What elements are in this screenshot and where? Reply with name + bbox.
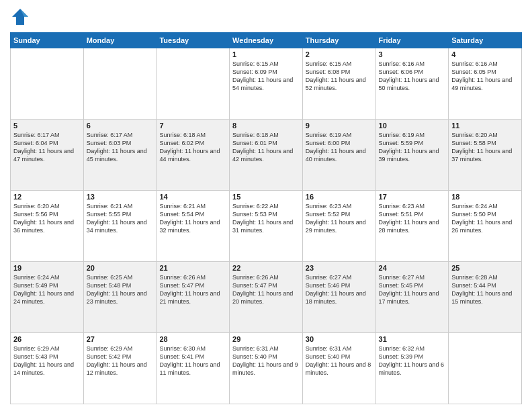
day-cell: 29Sunrise: 6:31 AM Sunset: 5:40 PM Dayli…	[230, 333, 303, 404]
day-cell: 17Sunrise: 6:23 AM Sunset: 5:51 PM Dayli…	[375, 191, 449, 262]
day-number: 22	[232, 264, 300, 272]
day-cell: 13Sunrise: 6:21 AM Sunset: 5:55 PM Dayli…	[83, 191, 157, 262]
day-cell: 28Sunrise: 6:30 AM Sunset: 5:41 PM Dayli…	[157, 333, 230, 404]
day-number: 11	[451, 122, 519, 130]
day-number: 10	[379, 122, 446, 130]
day-number: 16	[306, 193, 373, 201]
day-info: Sunrise: 6:30 AM Sunset: 5:41 PM Dayligh…	[159, 345, 226, 377]
day-cell: 10Sunrise: 6:19 AM Sunset: 5:59 PM Dayli…	[375, 120, 449, 191]
day-cell: 6Sunrise: 6:17 AM Sunset: 6:03 PM Daylig…	[83, 120, 157, 191]
day-info: Sunrise: 6:18 AM Sunset: 6:02 PM Dayligh…	[159, 131, 226, 164]
week-row-2: 5Sunrise: 6:17 AM Sunset: 6:04 PM Daylig…	[11, 120, 522, 191]
day-cell: 2Sunrise: 6:15 AM Sunset: 6:08 PM Daylig…	[302, 48, 375, 120]
col-header-wednesday: Wednesday	[230, 33, 303, 48]
day-number: 21	[159, 264, 226, 272]
col-header-saturday: Saturday	[449, 33, 522, 48]
day-number: 30	[306, 335, 373, 343]
day-number: 13	[87, 193, 154, 201]
day-cell: 26Sunrise: 6:29 AM Sunset: 5:43 PM Dayli…	[11, 333, 84, 404]
day-info: Sunrise: 6:15 AM Sunset: 6:08 PM Dayligh…	[306, 60, 373, 93]
day-cell	[83, 48, 157, 120]
header	[10, 7, 522, 27]
day-number: 29	[232, 335, 300, 343]
day-number: 9	[306, 122, 373, 130]
day-number: 14	[159, 193, 226, 201]
day-number: 2	[306, 50, 373, 58]
day-info: Sunrise: 6:23 AM Sunset: 5:51 PM Dayligh…	[379, 202, 446, 235]
day-cell: 8Sunrise: 6:18 AM Sunset: 6:01 PM Daylig…	[230, 120, 303, 191]
day-info: Sunrise: 6:27 AM Sunset: 5:45 PM Dayligh…	[379, 273, 446, 306]
day-info: Sunrise: 6:24 AM Sunset: 5:49 PM Dayligh…	[13, 273, 81, 306]
day-info: Sunrise: 6:20 AM Sunset: 5:56 PM Dayligh…	[13, 202, 81, 235]
day-cell: 21Sunrise: 6:26 AM Sunset: 5:47 PM Dayli…	[157, 262, 230, 333]
day-number: 5	[13, 122, 81, 130]
col-header-thursday: Thursday	[302, 33, 375, 48]
day-number: 31	[379, 335, 446, 343]
col-header-sunday: Sunday	[11, 33, 84, 48]
day-info: Sunrise: 6:25 AM Sunset: 5:48 PM Dayligh…	[87, 273, 154, 306]
day-cell: 27Sunrise: 6:29 AM Sunset: 5:42 PM Dayli…	[83, 333, 157, 404]
day-cell: 3Sunrise: 6:16 AM Sunset: 6:06 PM Daylig…	[375, 48, 449, 120]
day-number: 7	[159, 122, 226, 130]
day-cell: 19Sunrise: 6:24 AM Sunset: 5:49 PM Dayli…	[11, 262, 84, 333]
week-row-3: 12Sunrise: 6:20 AM Sunset: 5:56 PM Dayli…	[11, 191, 522, 262]
day-info: Sunrise: 6:17 AM Sunset: 6:04 PM Dayligh…	[13, 131, 81, 164]
day-info: Sunrise: 6:17 AM Sunset: 6:03 PM Dayligh…	[87, 131, 154, 164]
day-cell: 31Sunrise: 6:32 AM Sunset: 5:39 PM Dayli…	[375, 333, 449, 404]
day-info: Sunrise: 6:23 AM Sunset: 5:52 PM Dayligh…	[306, 202, 373, 235]
week-row-4: 19Sunrise: 6:24 AM Sunset: 5:49 PM Dayli…	[11, 262, 522, 333]
day-info: Sunrise: 6:27 AM Sunset: 5:46 PM Dayligh…	[306, 273, 373, 306]
day-cell: 16Sunrise: 6:23 AM Sunset: 5:52 PM Dayli…	[302, 191, 375, 262]
day-number: 25	[451, 264, 519, 272]
day-number: 20	[87, 264, 154, 272]
day-info: Sunrise: 6:22 AM Sunset: 5:53 PM Dayligh…	[232, 202, 300, 235]
day-info: Sunrise: 6:31 AM Sunset: 5:40 PM Dayligh…	[232, 345, 300, 377]
day-cell: 4Sunrise: 6:16 AM Sunset: 6:05 PM Daylig…	[449, 48, 522, 120]
day-cell: 25Sunrise: 6:28 AM Sunset: 5:44 PM Dayli…	[449, 262, 522, 333]
day-info: Sunrise: 6:21 AM Sunset: 5:55 PM Dayligh…	[87, 202, 154, 235]
logo	[10, 7, 33, 27]
day-cell: 18Sunrise: 6:24 AM Sunset: 5:50 PM Dayli…	[449, 191, 522, 262]
day-cell: 14Sunrise: 6:21 AM Sunset: 5:54 PM Dayli…	[157, 191, 230, 262]
day-info: Sunrise: 6:19 AM Sunset: 5:59 PM Dayligh…	[379, 131, 446, 164]
day-cell: 5Sunrise: 6:17 AM Sunset: 6:04 PM Daylig…	[11, 120, 84, 191]
day-number: 18	[451, 193, 519, 201]
day-number: 12	[13, 193, 81, 201]
day-number: 3	[379, 50, 446, 58]
day-number: 26	[13, 335, 81, 343]
day-cell: 15Sunrise: 6:22 AM Sunset: 5:53 PM Dayli…	[230, 191, 303, 262]
day-info: Sunrise: 6:16 AM Sunset: 6:05 PM Dayligh…	[451, 60, 519, 93]
day-cell	[157, 48, 230, 120]
day-cell: 11Sunrise: 6:20 AM Sunset: 5:58 PM Dayli…	[449, 120, 522, 191]
day-info: Sunrise: 6:26 AM Sunset: 5:47 PM Dayligh…	[232, 273, 300, 306]
day-number: 8	[232, 122, 300, 130]
day-cell: 30Sunrise: 6:31 AM Sunset: 5:40 PM Dayli…	[302, 333, 375, 404]
day-info: Sunrise: 6:28 AM Sunset: 5:44 PM Dayligh…	[451, 273, 519, 306]
logo-icon	[10, 7, 30, 27]
day-info: Sunrise: 6:29 AM Sunset: 5:42 PM Dayligh…	[87, 345, 154, 377]
day-number: 4	[451, 50, 519, 58]
day-cell: 9Sunrise: 6:19 AM Sunset: 6:00 PM Daylig…	[302, 120, 375, 191]
week-row-1: 1Sunrise: 6:15 AM Sunset: 6:09 PM Daylig…	[11, 48, 522, 120]
day-info: Sunrise: 6:16 AM Sunset: 6:06 PM Dayligh…	[379, 60, 446, 93]
day-number: 19	[13, 264, 81, 272]
day-number: 17	[379, 193, 446, 201]
day-cell: 12Sunrise: 6:20 AM Sunset: 5:56 PM Dayli…	[11, 191, 84, 262]
day-cell	[11, 48, 84, 120]
day-number: 27	[87, 335, 154, 343]
week-row-5: 26Sunrise: 6:29 AM Sunset: 5:43 PM Dayli…	[11, 333, 522, 404]
day-cell: 20Sunrise: 6:25 AM Sunset: 5:48 PM Dayli…	[83, 262, 157, 333]
day-info: Sunrise: 6:20 AM Sunset: 5:58 PM Dayligh…	[451, 131, 519, 164]
day-number: 24	[379, 264, 446, 272]
day-cell: 23Sunrise: 6:27 AM Sunset: 5:46 PM Dayli…	[302, 262, 375, 333]
page: SundayMondayTuesdayWednesdayThursdayFrid…	[0, 0, 532, 411]
col-header-tuesday: Tuesday	[157, 33, 230, 48]
day-cell: 1Sunrise: 6:15 AM Sunset: 6:09 PM Daylig…	[230, 48, 303, 120]
day-cell	[449, 333, 522, 404]
day-number: 6	[87, 122, 154, 130]
day-info: Sunrise: 6:19 AM Sunset: 6:00 PM Dayligh…	[306, 131, 373, 164]
day-cell: 7Sunrise: 6:18 AM Sunset: 6:02 PM Daylig…	[157, 120, 230, 191]
day-info: Sunrise: 6:18 AM Sunset: 6:01 PM Dayligh…	[232, 131, 300, 164]
day-cell: 22Sunrise: 6:26 AM Sunset: 5:47 PM Dayli…	[230, 262, 303, 333]
day-number: 28	[159, 335, 226, 343]
